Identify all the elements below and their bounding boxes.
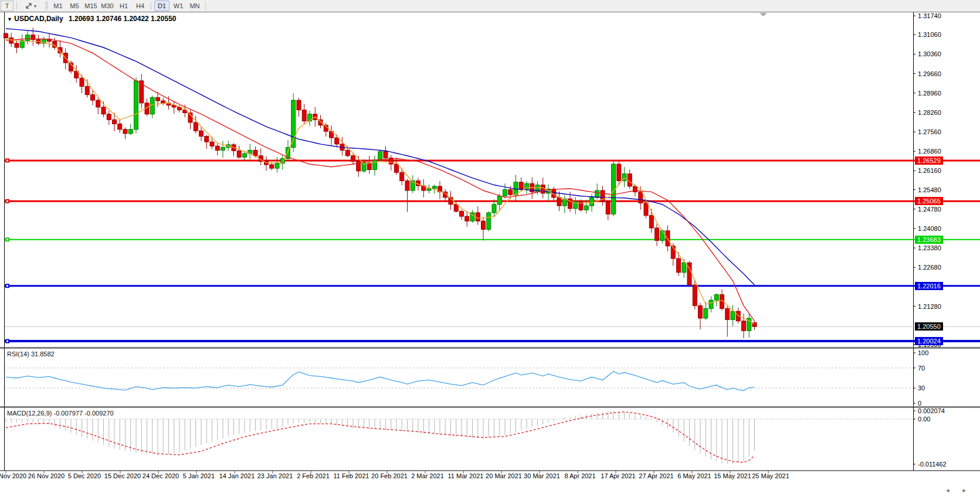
candle-body xyxy=(677,258,681,273)
candle-body xyxy=(205,137,209,142)
date-label: 15 Dec 2020 xyxy=(104,472,141,479)
tab-scroll-left-icon[interactable]: ◂ xyxy=(946,486,955,493)
price-tick-label: 1.23380 xyxy=(918,244,941,251)
candle-body xyxy=(26,35,30,40)
candle-body xyxy=(514,182,518,195)
candle-body xyxy=(253,150,257,155)
candle-body xyxy=(345,150,350,155)
candle-body xyxy=(373,160,377,170)
rsi-tick-label: 70 xyxy=(918,365,925,372)
date-label: 8 Apr 2021 xyxy=(564,472,595,479)
candle-body xyxy=(628,174,632,186)
macd-label: MACD(12,26,9) -0.007977 -0.009270 xyxy=(7,410,114,417)
date-label: 17 Apr 2021 xyxy=(601,472,635,479)
price-tick-label: 1.30360 xyxy=(918,50,941,57)
date-label: 17 Nov 2020 xyxy=(0,472,26,479)
chart-canvas[interactable] xyxy=(0,0,980,497)
date-label: 30 Mar 2021 xyxy=(524,472,560,479)
candle-body xyxy=(91,95,95,100)
price-tick-label: 1.24780 xyxy=(918,206,941,213)
price-tick-label: 1.21280 xyxy=(918,303,941,310)
price-badge-1.25065: 1.25065 xyxy=(915,197,943,205)
candle-body xyxy=(682,263,686,273)
price-tick-label: 1.28960 xyxy=(918,90,941,97)
candle-body xyxy=(519,182,523,189)
macd-tick-label: 0.002074 xyxy=(918,407,945,414)
candle-body xyxy=(476,213,480,221)
candle-body xyxy=(487,213,491,229)
date-label: 25 May 2021 xyxy=(752,472,789,479)
candle-body xyxy=(123,130,127,134)
candle-body xyxy=(275,164,279,169)
candle-body xyxy=(297,100,301,110)
chart-symbol-period: USDCAD,Daily xyxy=(14,15,63,23)
date-label: 5 Dec 2020 xyxy=(68,472,101,479)
candle-body xyxy=(731,311,735,319)
price-tick-label: 1.22680 xyxy=(918,264,941,271)
date-label: 27 Apr 2021 xyxy=(639,472,673,479)
candle-body xyxy=(221,148,225,151)
candle-body xyxy=(395,164,399,172)
candle-body xyxy=(378,152,382,160)
date-label: 11 Feb 2021 xyxy=(334,472,369,479)
candle-body xyxy=(161,101,165,103)
candle-body xyxy=(595,190,599,198)
candle-body xyxy=(427,189,431,190)
price-tick-label: 1.31060 xyxy=(918,31,941,38)
candle-body xyxy=(335,138,339,144)
candle-body xyxy=(492,205,496,213)
tab-scroll-right-icon[interactable]: ▸ xyxy=(962,486,972,493)
candle-body xyxy=(698,306,703,318)
candle-body xyxy=(709,300,713,308)
candle-body xyxy=(693,285,697,306)
date-label: 23 Jan 2021 xyxy=(257,472,293,479)
rsi-tick-label: 100 xyxy=(918,349,928,356)
date-label: 2 Feb 2021 xyxy=(297,472,330,479)
candle-body xyxy=(107,114,111,120)
candle-body xyxy=(15,43,19,47)
candle-body xyxy=(210,142,214,146)
candle-body xyxy=(80,78,84,86)
candle-body xyxy=(460,212,464,217)
tab-scroll-arrows: ◂ ▸ xyxy=(946,486,972,494)
candle-body xyxy=(704,308,708,318)
chart-ohlc-values: 1.20693 1.20746 1.20422 1.20550 xyxy=(69,15,177,23)
candle-body xyxy=(639,192,643,203)
candle-body xyxy=(405,181,409,190)
candle-body xyxy=(128,130,133,134)
candle-body xyxy=(655,228,659,240)
price-tick-label: 1.26860 xyxy=(918,148,941,155)
candle-body xyxy=(649,216,653,228)
price-tick-label: 1.28260 xyxy=(918,109,941,116)
price-tick-label: 1.26160 xyxy=(918,167,941,174)
hline-handle-center xyxy=(6,200,8,202)
date-label: 20 Mar 2021 xyxy=(486,472,522,479)
candle-body xyxy=(384,152,388,158)
candle-body xyxy=(454,205,458,212)
price-badge-1.23683: 1.23683 xyxy=(915,236,943,244)
candle-body xyxy=(113,120,117,124)
candle-body xyxy=(508,190,513,195)
price-tick-label: 1.27560 xyxy=(918,128,941,135)
candle-body xyxy=(584,206,588,210)
expand-arrow-icon[interactable]: ▼ xyxy=(7,16,12,22)
candle-body xyxy=(541,185,545,193)
hline-handle-center xyxy=(6,239,8,240)
candle-body xyxy=(215,146,219,150)
price-tick-label: 1.29660 xyxy=(918,70,941,77)
candle-body xyxy=(243,154,247,157)
candle-body xyxy=(351,156,355,161)
macd-tick-label: 0.00 xyxy=(918,416,930,423)
date-label: 20 Feb 2021 xyxy=(371,472,408,479)
candle-body xyxy=(503,190,507,196)
hline-handle-center xyxy=(6,285,8,287)
candle-body xyxy=(617,164,621,181)
candle-body xyxy=(96,100,100,107)
macd-tick-label: -0.011462 xyxy=(918,461,947,468)
price-badge-1.20024: 1.20024 xyxy=(915,337,943,345)
date-label: 11 Mar 2021 xyxy=(448,472,484,479)
chart-title: ▼ USDCAD,Daily 1.20693 1.20746 1.20422 1… xyxy=(7,15,176,23)
rsi-label: RSI(14) 31.8582 xyxy=(7,350,55,358)
candle-body xyxy=(590,198,594,206)
candle-body xyxy=(156,97,160,101)
